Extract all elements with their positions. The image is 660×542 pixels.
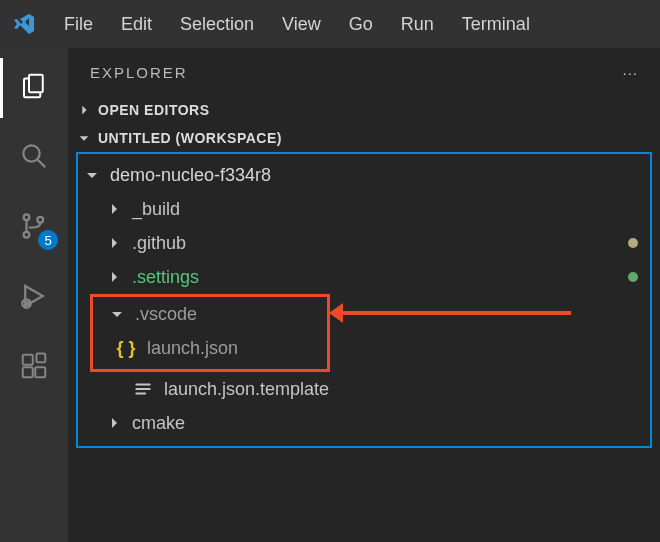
menu-selection[interactable]: Selection — [168, 10, 266, 39]
svg-rect-0 — [29, 75, 43, 93]
chevron-right-icon — [106, 269, 122, 285]
file-label: launch.json.template — [164, 379, 638, 400]
sidebar-title: EXPLORER — [90, 64, 188, 81]
debug-icon — [19, 281, 49, 315]
menu-terminal[interactable]: Terminal — [450, 10, 542, 39]
chevron-down-icon — [84, 167, 100, 183]
svg-rect-10 — [37, 354, 46, 363]
file-launch-json[interactable]: { } launch.json — [93, 331, 327, 365]
svg-point-5 — [37, 217, 43, 223]
workspace-label: UNTITLED (WORKSPACE) — [98, 130, 282, 146]
scm-badge: 5 — [38, 230, 58, 250]
activity-bar: 5 — [0, 48, 68, 542]
svg-rect-9 — [35, 367, 45, 377]
search-icon — [19, 141, 49, 175]
text-file-icon — [132, 380, 154, 398]
git-dirty-dot — [628, 238, 638, 248]
git-added-dot — [628, 272, 638, 282]
activity-explorer[interactable] — [0, 58, 68, 118]
chevron-right-icon — [106, 235, 122, 251]
open-editors-label: OPEN EDITORS — [98, 102, 210, 118]
folder-label: cmake — [132, 413, 638, 434]
chevron-right-icon — [106, 201, 122, 217]
svg-rect-8 — [23, 367, 33, 377]
git-dirty-dot — [628, 170, 638, 180]
svg-point-1 — [23, 145, 39, 161]
svg-line-2 — [38, 160, 46, 168]
file-label: launch.json — [147, 338, 315, 359]
activity-extensions[interactable] — [0, 338, 68, 398]
section-open-editors[interactable]: OPEN EDITORS — [68, 96, 660, 124]
folder-github[interactable]: .github — [78, 226, 650, 260]
folder-build[interactable]: _build — [78, 192, 650, 226]
menu-edit[interactable]: Edit — [109, 10, 164, 39]
folder-settings[interactable]: .settings — [78, 260, 650, 294]
chevron-right-icon — [106, 415, 122, 431]
files-icon — [19, 71, 49, 105]
file-launch-json-template[interactable]: launch.json.template — [78, 372, 650, 406]
svg-point-3 — [24, 214, 30, 220]
folder-cmake[interactable]: cmake — [78, 406, 650, 440]
menu-go[interactable]: Go — [337, 10, 385, 39]
folder-demo-nucleo[interactable]: demo-nucleo-f334r8 — [78, 158, 650, 192]
folder-label: _build — [132, 199, 638, 220]
explorer-sidebar: EXPLORER ··· OPEN EDITORS UNTITLED (WORK… — [68, 48, 660, 542]
title-bar: File Edit Selection View Go Run Terminal — [0, 0, 660, 48]
json-icon: { } — [115, 338, 137, 359]
main-menu: File Edit Selection View Go Run Terminal — [52, 10, 542, 39]
svg-rect-7 — [23, 355, 33, 365]
folder-label: .settings — [132, 267, 618, 288]
chevron-right-icon — [76, 102, 92, 118]
folder-label: demo-nucleo-f334r8 — [110, 165, 618, 186]
folder-label: .vscode — [135, 304, 315, 325]
file-tree: demo-nucleo-f334r8 _build .github — [76, 152, 652, 448]
sidebar-header: EXPLORER ··· — [68, 48, 660, 96]
activity-run-debug[interactable] — [0, 268, 68, 328]
menu-view[interactable]: View — [270, 10, 333, 39]
activity-search[interactable] — [0, 128, 68, 188]
vscode-logo-icon — [12, 12, 36, 36]
folder-label: .github — [132, 233, 618, 254]
activity-source-control[interactable]: 5 — [0, 198, 68, 258]
annotation-highlight: .vscode { } launch.json — [90, 294, 330, 372]
folder-vscode[interactable]: .vscode — [93, 297, 327, 331]
sidebar-more-button[interactable]: ··· — [622, 64, 638, 81]
chevron-down-icon — [76, 130, 92, 146]
annotation-arrow — [341, 311, 571, 315]
chevron-down-icon — [109, 306, 125, 322]
svg-point-4 — [24, 232, 30, 238]
menu-run[interactable]: Run — [389, 10, 446, 39]
menu-file[interactable]: File — [52, 10, 105, 39]
extensions-icon — [19, 351, 49, 385]
section-workspace[interactable]: UNTITLED (WORKSPACE) — [68, 124, 660, 152]
